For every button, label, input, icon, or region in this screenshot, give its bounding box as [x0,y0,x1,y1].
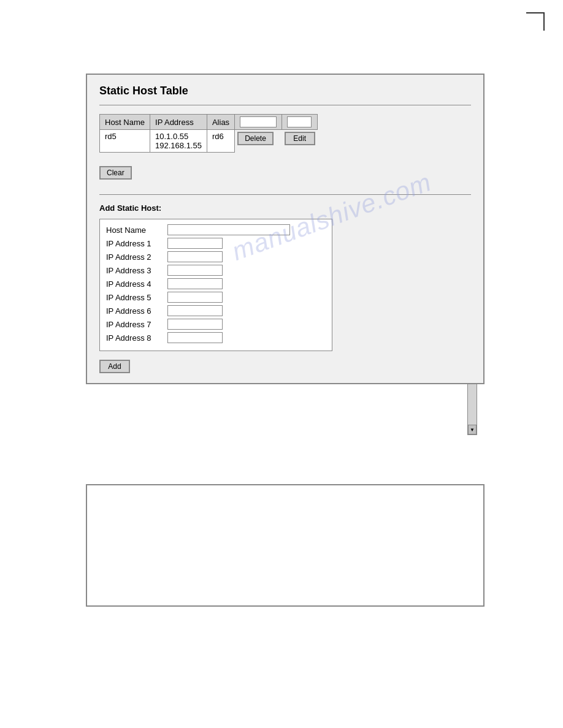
label-ip2: IP Address 2 [106,252,167,262]
divider-middle [99,194,471,195]
form-row-ip3: IP Address 3 [106,265,326,276]
divider-top [99,105,471,105]
label-ip3: IP Address 3 [106,266,167,275]
alias-input-2[interactable] [287,116,312,127]
panel-title: Static Host Table [99,85,471,97]
label-hostname: Host Name [106,226,167,235]
alias-input-1[interactable] [240,116,277,127]
host-table-container: Host Name IP Address Alias rd5 [99,114,471,153]
add-section: Add Static Host: Host Name IP Address 1 … [99,203,471,373]
label-ip7: IP Address 7 [106,320,167,329]
label-ip1: IP Address 1 [106,239,167,248]
add-button[interactable]: Add [99,360,130,373]
input-ip6[interactable] [167,305,223,316]
label-ip6: IP Address 6 [106,306,167,316]
input-ip2[interactable] [167,251,223,262]
main-panel: Static Host Table Host Name IP Address A… [86,74,484,384]
cell-hostname: rd5 [100,130,150,153]
input-ip7[interactable] [167,319,223,330]
input-hostname[interactable] [167,224,290,235]
label-ip4: IP Address 4 [106,279,167,289]
delete-button[interactable]: Delete [237,132,274,145]
label-ip8: IP Address 8 [106,333,167,343]
col-ipaddress: IP Address [150,115,207,130]
host-table: Host Name IP Address Alias rd5 [99,114,318,153]
form-row-ip5: IP Address 5 [106,292,326,303]
cell-ipaddress: 10.1.0.55 192.168.1.55 [150,130,207,153]
scroll-down-button[interactable]: ▼ [468,425,477,434]
add-button-row: Add [99,360,471,373]
bottom-panel [86,484,484,607]
input-ip4[interactable] [167,278,223,289]
form-row-ip7: IP Address 7 [106,319,326,330]
input-ip8[interactable] [167,332,223,343]
form-row-ip6: IP Address 6 [106,305,326,316]
ip-line-1: 10.1.0.55 [155,132,202,141]
ip-line-2: 192.168.1.55 [155,141,202,150]
add-form: Host Name IP Address 1 IP Address 2 IP A… [99,219,332,351]
clear-button-row: Clear [99,161,471,189]
input-ip3[interactable] [167,265,223,276]
form-row-ip4: IP Address 4 [106,278,326,289]
cell-alias: rd6 [207,130,234,153]
delete-cell: Delete [235,130,282,153]
col-alias: Alias [207,115,234,130]
input-ip1[interactable] [167,238,223,249]
page-corner [526,12,545,31]
col-alias-input2[interactable] [282,115,318,130]
table-row: rd5 10.1.0.55 192.168.1.55 rd6 Delete Ed… [100,130,318,153]
edit-button[interactable]: Edit [285,132,315,145]
add-section-title: Add Static Host: [99,203,471,213]
edit-cell: Edit [282,130,318,153]
label-ip5: IP Address 5 [106,293,167,302]
form-row-ip8: IP Address 8 [106,332,326,343]
col-hostname: Host Name [100,115,150,130]
form-row-ip2: IP Address 2 [106,251,326,262]
clear-button[interactable]: Clear [99,166,132,180]
form-row-hostname: Host Name [106,224,326,235]
input-ip5[interactable] [167,292,223,303]
col-alias-input1[interactable] [235,115,282,130]
form-row-ip1: IP Address 1 [106,238,326,249]
